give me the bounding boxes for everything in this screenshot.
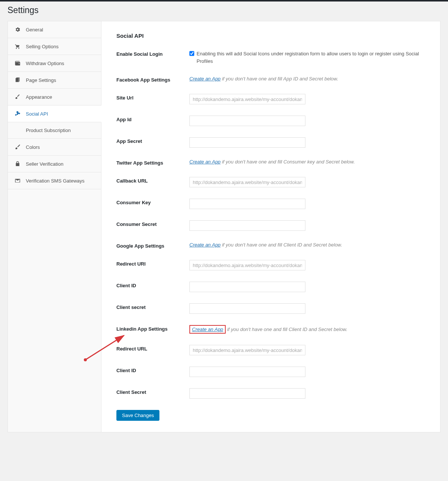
- mail-icon: [14, 178, 21, 184]
- google-create-app-link[interactable]: Create an App: [189, 242, 220, 248]
- app-id-label: App Id: [116, 116, 189, 122]
- google-client-id-input[interactable]: [189, 282, 305, 292]
- sidebar-item-social-api[interactable]: Social API: [8, 105, 101, 122]
- site-url-label: Site Url: [116, 94, 189, 101]
- facebook-create-app-link[interactable]: Create an App: [189, 76, 220, 82]
- gear-icon: [14, 27, 21, 33]
- consumer-key-input[interactable]: [189, 199, 305, 209]
- section-title: Social API: [116, 33, 425, 39]
- google-client-secret-label: Client secret: [116, 303, 189, 310]
- sidebar-item-product-subscription[interactable]: Product Subscription: [8, 122, 101, 139]
- save-button[interactable]: Save Changes: [116, 410, 159, 421]
- sidebar-item-label: Appearance: [26, 94, 52, 100]
- consumer-secret-label: Consumer Secret: [116, 220, 189, 227]
- content-panel: Social API Enable Social Login Enabling …: [101, 21, 440, 432]
- sidebar-item-label: Verification SMS Gateways: [26, 178, 85, 184]
- sidebar: General Selling Options Withdraw Options…: [8, 21, 101, 432]
- app-secret-input[interactable]: [189, 137, 305, 148]
- sidebar-item-sms-gateways[interactable]: Verification SMS Gateways: [8, 172, 101, 189]
- sidebar-item-appearance[interactable]: Appearance: [8, 89, 101, 105]
- sidebar-item-label: Withdraw Options: [26, 61, 64, 66]
- sidebar-item-label: Product Subscription: [26, 128, 71, 133]
- redirect-uri-input[interactable]: [189, 260, 305, 270]
- brush-icon: [14, 94, 21, 100]
- consumer-key-label: Consumer Key: [116, 199, 189, 205]
- lock-icon: [14, 161, 21, 167]
- linkedin-client-secret-label: Client Secret: [116, 388, 189, 395]
- facebook-hint: if you don't have one and fill App ID an…: [220, 76, 338, 82]
- twitter-settings-label: Twitter App Settings: [116, 159, 189, 166]
- sidebar-item-label: Seller Verification: [26, 161, 63, 167]
- callback-url-label: Callback URL: [116, 177, 189, 184]
- sidebar-item-general[interactable]: General: [8, 21, 101, 38]
- sidebar-item-label: Colors: [26, 144, 40, 150]
- sidebar-item-label: General: [26, 27, 43, 33]
- enable-social-desc: Enabling this will add Social Icons unde…: [196, 50, 425, 65]
- google-hint: if you don't have one and fill Client ID…: [220, 242, 342, 248]
- linkedin-client-id-input[interactable]: [189, 367, 305, 377]
- linkedin-client-id-label: Client ID: [116, 367, 189, 373]
- paint-icon: [14, 144, 21, 150]
- wallet-icon: [14, 60, 21, 66]
- page-icon: [14, 77, 21, 83]
- enable-social-checkbox[interactable]: [189, 51, 194, 56]
- cart-icon: [14, 43, 21, 49]
- callback-url-input[interactable]: [189, 177, 305, 187]
- app-secret-label: App Secret: [116, 137, 189, 144]
- site-url-input[interactable]: [189, 94, 305, 104]
- app-id-input[interactable]: [189, 116, 305, 126]
- linkedin-redirect-url-label: Redirect URL: [116, 345, 189, 352]
- sidebar-item-label: Page Settings: [26, 77, 56, 83]
- google-client-id-label: Client ID: [116, 282, 189, 288]
- sidebar-item-selling[interactable]: Selling Options: [8, 38, 101, 55]
- linkedin-settings-label: Linkedin App Settings: [116, 325, 189, 332]
- twitter-create-app-link[interactable]: Create an App: [189, 159, 220, 165]
- page-title: Settings: [7, 5, 441, 15]
- linkedin-hint: if you don't have one and fill Client ID…: [226, 327, 347, 332]
- sidebar-item-seller-verification[interactable]: Seller Verification: [8, 156, 101, 172]
- facebook-settings-label: Facebook App Settings: [116, 76, 189, 83]
- consumer-secret-input[interactable]: [189, 220, 305, 231]
- sidebar-item-withdraw[interactable]: Withdraw Options: [8, 55, 101, 72]
- linkedin-redirect-url-input[interactable]: [189, 345, 305, 355]
- sidebar-item-label: Selling Options: [26, 44, 58, 49]
- enable-social-label: Enable Social Login: [116, 50, 189, 57]
- sidebar-item-label: Social API: [26, 111, 48, 117]
- linkedin-create-app-link[interactable]: Create an App: [192, 327, 223, 332]
- google-client-secret-input[interactable]: [189, 303, 305, 314]
- settings-container: General Selling Options Withdraw Options…: [7, 21, 441, 432]
- redirect-uri-label: Redirect URI: [116, 260, 189, 267]
- twitter-hint: if you don't have one and fill Consumer …: [220, 159, 355, 165]
- highlight-box: Create an App: [189, 325, 226, 334]
- sidebar-item-page[interactable]: Page Settings: [8, 72, 101, 89]
- sidebar-item-colors[interactable]: Colors: [8, 139, 101, 156]
- linkedin-client-secret-input[interactable]: [189, 388, 305, 399]
- network-icon: [14, 111, 21, 117]
- google-settings-label: Google App Settings: [116, 242, 189, 249]
